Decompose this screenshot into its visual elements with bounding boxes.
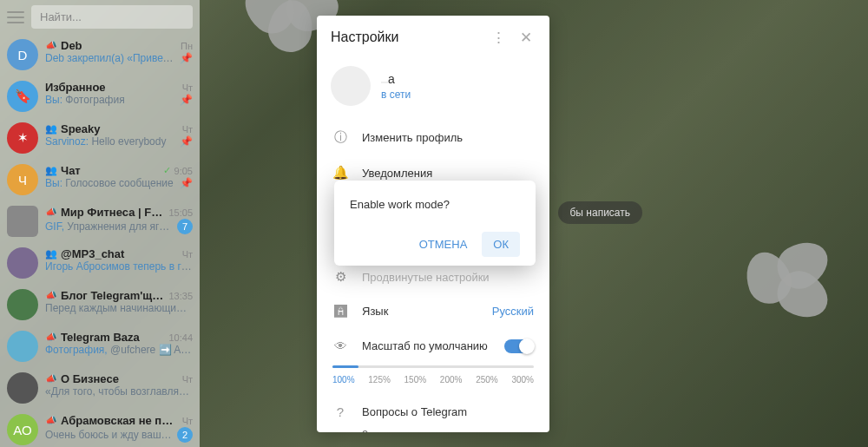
chat-row[interactable]: D📣DebПнDeb закрепил(а) «Привет!»📌 bbox=[0, 34, 200, 76]
channel-type-icon: 📣 bbox=[45, 332, 57, 343]
write-placeholder-pill: бы написать bbox=[558, 201, 643, 224]
chat-title: @MP3_chat bbox=[61, 247, 179, 260]
language-item[interactable]: 🅰 Язык Русский bbox=[317, 294, 549, 328]
chat-avatar: Ч bbox=[7, 164, 38, 195]
gear-icon: ⚙ bbox=[332, 269, 348, 285]
channel-type-icon: 📣 bbox=[45, 207, 57, 218]
chat-row[interactable]: 📣О БизнесеЧт«Для того, чтобы возглавлять… bbox=[0, 367, 200, 409]
chat-row[interactable]: ✶👥SpeakyЧтSarvinoz: Hello everybody📌 bbox=[0, 117, 200, 159]
chat-time: Чт bbox=[182, 374, 193, 385]
scale-value[interactable]: 250% bbox=[476, 375, 498, 385]
pin-icon: 📌 bbox=[180, 177, 193, 189]
menu-button[interactable] bbox=[7, 11, 24, 23]
chat-title: Чат bbox=[61, 164, 160, 177]
chat-message-preview: GIF, Упражнения для ягодиц, по ... bbox=[45, 220, 174, 233]
chat-time: Чт bbox=[182, 249, 193, 260]
chat-message-preview: Deb закрепил(а) «Привет!» bbox=[45, 52, 176, 64]
pin-icon: 📌 bbox=[180, 135, 193, 148]
channel-type-icon: 👥 bbox=[45, 248, 57, 260]
chat-time: 10:44 bbox=[168, 332, 193, 343]
chat-avatar: ✶ bbox=[7, 122, 38, 154]
language-icon: 🅰 bbox=[332, 304, 348, 319]
faq-label: Вопросы о Telegram bbox=[362, 405, 467, 418]
chat-title: Deb bbox=[61, 39, 177, 52]
cancel-button[interactable]: ОТМЕНА bbox=[408, 232, 479, 257]
language-label: Язык bbox=[362, 305, 388, 318]
chat-message-preview: Вы: Фотография bbox=[45, 94, 176, 106]
main-area: бы написать Настройки ⋮ ✕ a в сети ⓘ bbox=[200, 0, 868, 447]
chat-message-preview: Фотография, @ufchere ➡️ ALL MMA ... bbox=[45, 344, 193, 356]
ask-label: Задать вопрос bbox=[362, 429, 432, 432]
close-button[interactable]: ✕ bbox=[516, 28, 536, 47]
chat-time: Чт bbox=[182, 82, 193, 93]
chat-row[interactable]: 📣Блог Telegram'щика13:35Перед каждым нач… bbox=[0, 284, 200, 325]
language-value: Русский bbox=[492, 305, 534, 318]
profile-avatar bbox=[331, 66, 371, 106]
scale-slider[interactable] bbox=[332, 365, 534, 368]
chat-row[interactable]: 🔖ИзбранноеЧтВы: Фотография📌 bbox=[0, 76, 200, 117]
channel-type-icon: 👥 bbox=[45, 123, 57, 135]
dialog-text: Enable work mode? bbox=[350, 198, 520, 211]
chat-time: Пн bbox=[181, 41, 193, 51]
chat-message-preview: Sarvinoz: Hello everybody bbox=[45, 135, 176, 148]
chat-time: 15:05 bbox=[168, 207, 193, 218]
default-scale-toggle[interactable] bbox=[504, 339, 534, 353]
scale-value[interactable]: 100% bbox=[332, 375, 355, 385]
chat-title: Speaky bbox=[61, 122, 179, 135]
chat-title: Блог Telegram'щика bbox=[61, 289, 165, 302]
chat-time: Чт bbox=[182, 124, 193, 135]
chat-avatar: 🔖 bbox=[7, 81, 38, 112]
eye-icon: 👁 bbox=[332, 339, 348, 353]
chat-avatar bbox=[7, 247, 38, 279]
ok-button[interactable]: ОК bbox=[482, 232, 520, 257]
pin-icon: 📌 bbox=[180, 52, 193, 64]
chat-title: Избранное bbox=[45, 81, 179, 94]
notifications-label: Уведомления bbox=[362, 167, 432, 180]
chat-avatar bbox=[7, 331, 38, 362]
confirm-dialog: Enable work mode? ОТМЕНА ОК bbox=[334, 181, 536, 266]
chat-row[interactable]: 👥@MP3_chatЧтИгорь Абросимов теперь в гру… bbox=[0, 242, 200, 284]
scale-section: 👁 Масштаб по умолчанию 100%125%150%200%2… bbox=[317, 328, 549, 395]
channel-type-icon: 📣 bbox=[45, 373, 57, 385]
chat-avatar bbox=[7, 289, 38, 320]
chat-avatar bbox=[7, 206, 38, 237]
scale-value[interactable]: 300% bbox=[511, 375, 534, 385]
scale-value[interactable]: 200% bbox=[440, 375, 463, 385]
profile-status: в сети bbox=[381, 89, 536, 101]
channel-type-icon: 👥 bbox=[45, 165, 57, 176]
chat-message-preview: Перед каждым начинающим предп... bbox=[45, 302, 193, 314]
faq-item[interactable]: ? Вопросы о Telegram bbox=[317, 395, 549, 429]
chat-message-preview: «Для того, чтобы возглавлять компа... bbox=[45, 385, 193, 398]
scale-value[interactable]: 150% bbox=[404, 375, 427, 385]
chat-row[interactable]: Ч👥Чат✓ 9:05Вы: Голосовое сообщение📌 bbox=[0, 159, 200, 200]
chat-row[interactable]: АО📣Абрамовская не про обрабо...ЧтОчень б… bbox=[0, 409, 200, 447]
scale-values: 100%125%150%200%250%300% bbox=[332, 375, 534, 385]
chat-message-preview: Очень боюсь и жду ваших совет... bbox=[45, 429, 174, 441]
profile-section[interactable]: a в сети bbox=[317, 59, 549, 120]
chat-title: Абрамовская не про обрабо... bbox=[61, 414, 179, 427]
edit-profile-item[interactable]: ⓘ Изменить профиль bbox=[317, 120, 549, 155]
chat-time: Чт bbox=[182, 416, 193, 426]
chat-row[interactable]: 📣Мир Фитнеса | FitnessRU15:05GIF, Упражн… bbox=[0, 200, 200, 242]
chat-time: 9:05 bbox=[174, 166, 193, 176]
chat-avatar bbox=[7, 372, 38, 404]
chat-time: 13:35 bbox=[168, 291, 193, 301]
profile-name-suffix: a bbox=[388, 72, 395, 86]
chat-title: Мир Фитнеса | FitnessRU bbox=[61, 206, 165, 219]
chat-sidebar: Найти... D📣DebПнDeb закрепил(а) «Привет!… bbox=[0, 0, 200, 447]
edit-profile-label: Изменить профиль bbox=[362, 131, 463, 144]
profile-name-redacted bbox=[381, 82, 388, 83]
chat-title: О Бизнесе bbox=[61, 372, 179, 385]
settings-title: Настройки bbox=[331, 30, 480, 45]
pin-icon: 📌 bbox=[180, 94, 193, 106]
advanced-label: Продвинутые настройки bbox=[362, 271, 490, 284]
ask-item[interactable]: Задать вопрос bbox=[317, 429, 549, 432]
bell-icon: 🔔 bbox=[332, 165, 348, 181]
search-input[interactable]: Найти... bbox=[31, 5, 193, 29]
chat-row[interactable]: 📣Telegram Baza10:44Фотография, @ufchere … bbox=[0, 325, 200, 367]
more-options-button[interactable]: ⋮ bbox=[489, 28, 508, 47]
scale-value[interactable]: 125% bbox=[368, 375, 391, 385]
unread-badge: 7 bbox=[177, 219, 193, 234]
channel-type-icon: 📣 bbox=[45, 415, 57, 426]
chat-message-preview: Вы: Голосовое сообщение bbox=[45, 177, 176, 189]
